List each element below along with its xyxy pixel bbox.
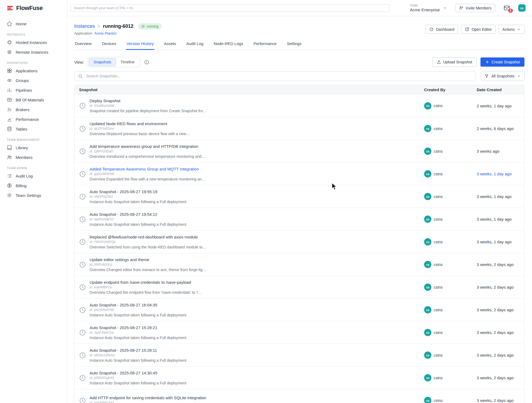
creator-avatar: cs (424, 170, 431, 177)
table-row[interactable]: Auto Snapshot - 2025-08-27 19:55:19 id: … (74, 185, 524, 208)
table-row[interactable]: Auto Snapshot - 2025-08-27 16:04:35 id: … (74, 298, 524, 321)
tab-overview[interactable]: Overview (74, 39, 92, 50)
sidebar-item-bill-of-materials[interactable]: Bill Of Materials (0, 95, 67, 105)
sidebar-item-audit-log[interactable]: Audit Log (0, 171, 67, 181)
table-row[interactable]: Auto Snapshot - 2025-08-27 15:28:11 id: … (74, 344, 524, 366)
sidebar-item-billing[interactable]: Billing (0, 181, 67, 190)
sidebar-item-performance[interactable]: Performance (0, 114, 67, 124)
sidebar: FlowFuse Home INSTANCES Hosted Instances… (0, 0, 67, 403)
created-by-cell: cs cstns (424, 351, 477, 359)
global-search-input[interactable] (70, 4, 389, 12)
snapshot-title[interactable]: Auto Snapshot - 2025-08-27 16:04:35 (90, 303, 186, 307)
tab-assets[interactable]: Assets (163, 39, 177, 50)
snapshot-id: id: ga0D4W0Pb8 (90, 172, 206, 176)
sidebar-item-members[interactable]: Members (0, 152, 67, 162)
snapshot-title[interactable]: Update endpoint from /save-credentials t… (90, 280, 202, 285)
snapshot-filter-dropdown[interactable]: All Snapshots (481, 71, 524, 81)
snapshot-title[interactable]: Auto Snapshot - 2025-08-27 19:55:19 (90, 189, 186, 194)
create-snapshot-button[interactable]: Create Snapshot (480, 57, 524, 67)
creator-avatar: cs (424, 329, 431, 336)
toolbar-right: Upload Snapshot Create Snapshot (432, 57, 525, 67)
flowfuse-logo[interactable]: FlowFuse (0, 0, 67, 16)
sidebar-item-brokers[interactable]: Brokers (0, 105, 67, 114)
table-row[interactable]: Update endpoint from /save-credentials t… (74, 276, 524, 298)
snapshot-info: Replaced @flowfuse/node-red-dashboard wi… (90, 235, 206, 249)
sidebar-item-groups[interactable]: Groups (0, 76, 67, 85)
snapshot-title[interactable]: Add temperature awareness group and HTTP… (90, 144, 205, 149)
snapshot-description: Overview Replaced previous basic device … (90, 132, 190, 136)
table-row[interactable]: Add HTTP endpoint for saving credentials… (74, 389, 524, 403)
tab-performance[interactable]: Performance (253, 39, 277, 50)
invite-members-button[interactable]: Invite Members (455, 4, 495, 12)
info-icon[interactable] (144, 60, 149, 65)
creator-name: cstns (434, 194, 443, 199)
snapshot-search-input[interactable] (74, 71, 476, 81)
snapshot-title[interactable]: Auto Snapshot - 2025-08-27 15:28:11 (90, 348, 186, 353)
sidebar-item-tables[interactable]: Tables (0, 124, 67, 134)
snapshot-cell: Deploy Snapshot id: X3o6Bw1k9W Snapshot … (74, 98, 424, 113)
upload-snapshot-button[interactable]: Upload Snapshot (432, 57, 477, 67)
snapshot-title[interactable]: Updated Node-RED flows and environment (90, 121, 190, 126)
snapshot-title[interactable]: Auto Snapshot - 2025-08-27 19:54:12 (90, 212, 186, 217)
tab-audit-log[interactable]: Audit Log (186, 39, 204, 50)
sidebar-item-team-settings[interactable]: Team Settings (0, 190, 67, 200)
table-row[interactable]: Updated Node-RED flows and environment i… (74, 117, 524, 140)
tab-devices[interactable]: Devices (101, 39, 117, 50)
remote-chip-icon (7, 49, 12, 55)
snapshot-title[interactable]: Added Temperature Awareness Group and MQ… (90, 167, 206, 171)
snapshot-title[interactable]: Add HTTP endpoint for saving credentials… (90, 395, 206, 400)
snapshot-title[interactable]: Auto Snapshot - 2025-08-27 15:28:21 (90, 325, 186, 330)
created-by-cell: cs cstns (424, 284, 477, 291)
table-row[interactable]: Deploy Snapshot id: X3o6Bw1k9W Snapshot … (74, 94, 524, 117)
snapshots-toolbar: View: Snapshots Timeline Upload Snapshot… (74, 57, 524, 67)
sidebar-item-remote-instances[interactable]: Remote Instances (0, 47, 67, 57)
sidebar-item-pipelines[interactable]: Pipelines (0, 85, 67, 95)
table-row[interactable]: Auto Snapshot - 2025-08-27 15:28:21 id: … (74, 321, 524, 344)
tab-node-red-logs[interactable]: Node-RED Logs (213, 39, 244, 50)
snapshot-cell: Auto Snapshot - 2025-08-27 15:28:11 id: … (74, 348, 424, 363)
team-selector[interactable]: TEAM: Acme Enterprise (410, 4, 447, 12)
sidebar-item-library[interactable]: Library (0, 143, 67, 152)
table-row[interactable]: Update editor settings and theme id: AlR… (74, 253, 524, 276)
chevron-down-icon (443, 6, 447, 10)
sidebar-item-hosted-instances[interactable]: Hosted Instances (0, 37, 67, 47)
toggle-timeline[interactable]: Timeline (116, 58, 139, 66)
snapshot-table: Snapshot Created By Date Created Deploy … (74, 85, 524, 403)
snapshot-title[interactable]: Replaced @flowfuse/node-red-dashboard wi… (90, 235, 206, 239)
application-link[interactable]: Acme Plantzz (94, 31, 117, 35)
user-avatar[interactable]: cs (518, 4, 526, 12)
sidebar-section-instances: INSTANCES (0, 29, 67, 37)
table-row[interactable]: Added Temperature Awareness Group and MQ… (74, 162, 524, 185)
creator-avatar: cs (424, 216, 431, 223)
snapshot-title[interactable]: Update editor settings and theme (90, 257, 206, 262)
table-row[interactable]: Auto Snapshot - 2025-08-27 14:30:45 id: … (74, 366, 524, 389)
snapshot-title[interactable]: Auto Snapshot - 2025-08-27 14:30:45 (90, 371, 186, 375)
view-label: View: (74, 60, 84, 64)
actions-label: Actions (502, 27, 515, 32)
date-created-cell: 3 weeks, 2 days ago (477, 262, 524, 267)
tab-version-history[interactable]: Version History (126, 39, 154, 50)
snapshot-cell: Auto Snapshot - 2025-08-27 19:55:19 id: … (74, 189, 424, 204)
sidebar-item-home[interactable]: Home (0, 19, 67, 29)
table-row[interactable]: Replaced @flowfuse/node-red-dashboard wi… (74, 230, 524, 253)
notifications-button[interactable]: 5 (503, 5, 510, 11)
dashboard-button[interactable]: Dashboard (425, 25, 458, 34)
tab-settings[interactable]: Settings (286, 39, 302, 50)
breadcrumb-instances-link[interactable]: Instances (74, 23, 95, 29)
created-by-cell: cs cstns (424, 125, 477, 132)
table-row[interactable]: Auto Snapshot - 2025-08-27 19:54:12 id: … (74, 208, 524, 230)
chart-icon (7, 117, 12, 122)
open-editor-button[interactable]: Open Editor (461, 25, 496, 34)
table-row[interactable]: Add temperature awareness group and HTTP… (74, 140, 524, 162)
actions-button[interactable]: Actions (499, 25, 524, 34)
snapshot-title[interactable]: Deploy Snapshot (90, 98, 206, 103)
sidebar-item-label: Applications (16, 69, 37, 73)
application-label: Application: (74, 31, 93, 35)
breadcrumb-separator: > (98, 24, 100, 29)
sidebar-item-applications[interactable]: Applications (0, 66, 67, 76)
snapshot-id: id: oBOkv1W6AG (90, 353, 186, 357)
toggle-snapshots[interactable]: Snapshots (89, 58, 116, 66)
pipelines-icon (7, 87, 12, 93)
team-label: TEAM: (410, 4, 440, 7)
clock-icon (79, 238, 86, 245)
